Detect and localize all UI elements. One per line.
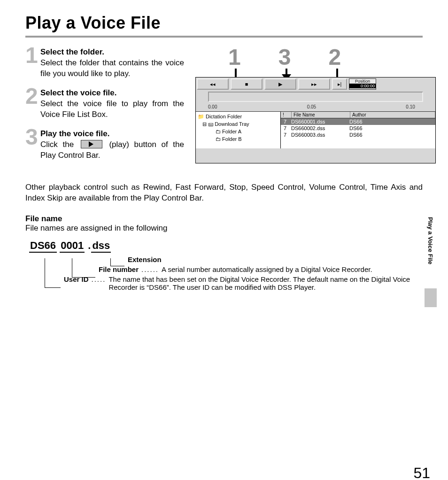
step-number-2: 2 xyxy=(25,85,38,108)
row3-n: 7 xyxy=(281,132,289,138)
position-display: Position 0:00:00 xyxy=(349,78,376,90)
conn-user-id-h xyxy=(45,287,61,288)
side-tab-label: Play a Voice File xyxy=(427,217,434,264)
tree-root[interactable]: 📁 Dictation Folder xyxy=(198,113,278,120)
step-number-3: 3 xyxy=(25,126,38,148)
file-number-dots: ...... xyxy=(141,265,162,273)
file-row-3[interactable]: 7 DS660003.dss DS66 xyxy=(281,132,435,138)
title-rule xyxy=(25,36,423,38)
col-priority[interactable]: ! xyxy=(281,112,292,118)
stop-button[interactable]: ■ xyxy=(231,78,263,90)
time-ruler: 0.00 0.05 0.10 xyxy=(208,103,423,111)
conn-number-h xyxy=(72,277,95,278)
conn-user-id-v xyxy=(45,258,45,287)
file-number-label: File number xyxy=(99,265,141,273)
file-number-line: File number ...... A serial number autom… xyxy=(99,265,423,273)
filename-number: 0001 xyxy=(60,240,85,253)
filename-user-id: DS66 xyxy=(29,240,57,253)
row2-file: DS660002.dss xyxy=(289,125,348,131)
step-3-body: Click the (play) button of the Play Cont… xyxy=(40,140,184,160)
filename-ext: dss xyxy=(91,240,111,253)
pointer-numbers: 1 3 2 xyxy=(228,44,341,70)
position-label: Position xyxy=(349,79,376,84)
step-2-body: Select the voice file to play from the V… xyxy=(40,99,184,119)
app-screenshot: ◂◂ ■ ▶ ▸▸ ▸| Position 0:00:00 0.00 0.05 … xyxy=(195,77,436,163)
step-2: 2 Select the voice file. Select the voic… xyxy=(25,88,184,120)
row1-author: DS66 xyxy=(348,119,435,124)
step-3: 3 Play the voice file. Click the (play) … xyxy=(25,129,184,161)
time-scrubber[interactable] xyxy=(208,92,423,102)
pointer-3: 3 xyxy=(278,44,291,70)
skip-button[interactable]: ▸| xyxy=(332,78,347,90)
ruler-t0: 0.00 xyxy=(208,104,217,109)
play-button[interactable]: ▶ xyxy=(264,78,296,90)
conn-number-v xyxy=(72,258,72,277)
filename-example: DS66 0001 .dss xyxy=(29,240,423,253)
user-id-line: User ID ..... The name that has been set… xyxy=(64,275,423,291)
pointer-1: 1 xyxy=(228,44,241,70)
fast-forward-button[interactable]: ▸▸ xyxy=(298,78,330,90)
play-icon xyxy=(81,140,102,148)
file-list: ! File Name Author 7 DS660001.dss DS66 7… xyxy=(281,112,435,148)
step-2-title: Select the voice file. xyxy=(40,88,184,99)
page-number: 51 xyxy=(413,465,430,480)
file-list-header: ! File Name Author xyxy=(281,112,435,118)
rewind-button[interactable]: ◂◂ xyxy=(197,78,229,90)
folder-tree[interactable]: 📁 Dictation Folder ⊟ 🖴 Download Tray 🗀 F… xyxy=(196,112,281,148)
tree-folder-b[interactable]: 🗀 Folder B xyxy=(198,135,278,143)
ruler-t1: 0.05 xyxy=(307,104,316,109)
steps-column: 1 Select the folder. Select the folder t… xyxy=(25,47,184,169)
step-3-pre: Click the xyxy=(40,140,79,149)
col-filename[interactable]: File Name xyxy=(292,112,350,118)
file-name-intro: File names are assigned in the following xyxy=(25,224,423,233)
page-title: Play a Voice File xyxy=(25,13,423,33)
step-3-title: Play the voice file. xyxy=(40,129,184,139)
extension-line: Extension xyxy=(128,255,423,263)
position-time: 0:00:00 xyxy=(349,84,376,88)
row2-author: DS66 xyxy=(348,125,435,131)
step-1-body: Select the folder that contains the voic… xyxy=(40,58,184,78)
row2-n: 7 xyxy=(281,125,289,131)
step-1: 1 Select the folder. Select the folder t… xyxy=(25,47,184,79)
row3-author: DS66 xyxy=(348,132,435,138)
row1-file: DS660001.dss xyxy=(289,119,348,124)
tree-folder-a[interactable]: 🗀 Folder A xyxy=(198,128,278,135)
row3-file: DS660003.dss xyxy=(289,132,348,138)
file-row-1[interactable]: 7 DS660001.dss DS66 xyxy=(281,118,435,125)
ruler-t2: 0.10 xyxy=(406,104,415,109)
file-row-2[interactable]: 7 DS660002.dss DS66 xyxy=(281,125,435,132)
conn-ext-h xyxy=(110,266,124,266)
col-author[interactable]: Author xyxy=(350,112,435,118)
side-tab-box xyxy=(425,288,437,307)
user-id-label: User ID xyxy=(64,275,92,291)
step-number-1: 1 xyxy=(25,44,38,67)
filename-dot: . xyxy=(87,240,91,252)
file-name-heading: File name xyxy=(25,214,423,224)
play-control-bar: ◂◂ ■ ▶ ▸▸ ▸| Position 0:00:00 xyxy=(196,77,435,91)
step-1-title: Select the folder. xyxy=(40,47,184,58)
extension-label: Extension xyxy=(128,255,164,263)
file-number-text: A serial number automatically assigned b… xyxy=(162,265,372,273)
conn-ext-v xyxy=(110,258,111,266)
other-controls-paragraph: Other playback control such as Rewind, F… xyxy=(25,182,423,204)
tree-download-tray[interactable]: ⊟ 🖴 Download Tray xyxy=(198,120,278,128)
pointer-2: 2 xyxy=(328,44,341,70)
user-id-text: The name that has been set on the Digita… xyxy=(108,275,423,291)
row1-n: 7 xyxy=(281,119,289,124)
user-id-dots: ..... xyxy=(92,275,109,291)
